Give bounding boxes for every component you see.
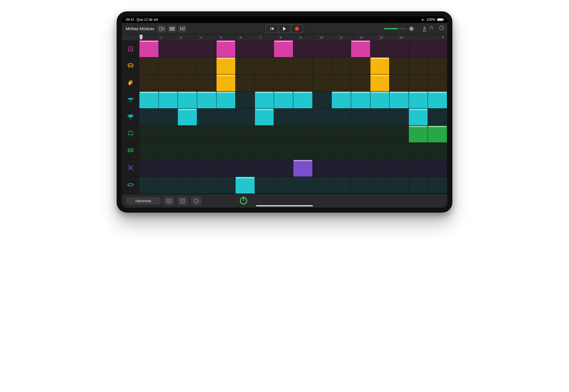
step-cell[interactable] (428, 160, 447, 177)
browser-view-button[interactable] (158, 25, 166, 32)
home-indicator[interactable] (256, 205, 313, 206)
step-cell[interactable] (159, 109, 178, 125)
track-header-perc[interactable] (122, 177, 139, 194)
step-cell[interactable] (159, 40, 178, 57)
ruler-tick[interactable]: 11 (339, 34, 358, 40)
step-cell[interactable] (313, 143, 332, 159)
step-cell[interactable] (313, 126, 332, 142)
help-button[interactable]: ? (439, 25, 444, 32)
step-cell[interactable] (370, 74, 390, 91)
step-cell[interactable] (178, 143, 197, 159)
step-cell[interactable] (313, 40, 332, 57)
step-cell[interactable] (217, 160, 236, 177)
track-header-snare[interactable] (122, 57, 139, 74)
step-cell[interactable] (332, 74, 351, 91)
step-cell[interactable] (236, 177, 255, 194)
step-cell[interactable] (255, 57, 274, 74)
track-header-clap[interactable] (122, 74, 139, 92)
power-button[interactable] (239, 196, 248, 206)
ruler-tick[interactable]: 2 (159, 34, 179, 40)
step-cell[interactable] (178, 57, 197, 74)
step-cell[interactable] (313, 160, 332, 177)
step-cell[interactable] (274, 74, 293, 91)
playhead-icon[interactable] (139, 34, 143, 41)
track-view-button[interactable] (168, 25, 176, 32)
step-cell[interactable] (332, 143, 351, 159)
step-cell[interactable] (370, 57, 390, 74)
step-cell[interactable] (236, 109, 255, 125)
step-cell[interactable] (370, 126, 390, 142)
step-cell[interactable] (293, 74, 313, 91)
ruler-tick[interactable]: 7 (259, 34, 279, 40)
step-cell[interactable] (428, 109, 447, 125)
step-cell[interactable] (178, 126, 197, 142)
step-cell[interactable] (139, 92, 159, 108)
step-cell[interactable] (178, 92, 197, 108)
step-cell[interactable] (409, 74, 428, 91)
step-cell[interactable] (293, 177, 313, 194)
step-cell[interactable] (236, 40, 255, 57)
step-cell[interactable] (313, 177, 332, 194)
step-cell[interactable] (197, 109, 217, 125)
step-cell[interactable] (370, 177, 390, 194)
record-button[interactable] (291, 25, 303, 32)
step-cell[interactable] (370, 40, 390, 57)
pattern-selector[interactable]: Hacienda (126, 197, 161, 205)
step-cell[interactable] (255, 177, 274, 194)
step-cell[interactable] (274, 57, 293, 74)
step-cell[interactable] (332, 40, 351, 57)
ruler-tick[interactable]: 5 (219, 34, 239, 40)
step-cell[interactable] (139, 160, 159, 177)
step-cell[interactable] (139, 40, 159, 57)
step-cell[interactable] (313, 92, 332, 108)
step-cell[interactable] (428, 40, 447, 57)
step-cell[interactable] (409, 40, 428, 57)
add-section-button[interactable]: + (441, 34, 444, 40)
step-cell[interactable] (197, 92, 217, 108)
step-cell[interactable] (178, 109, 197, 125)
step-cell[interactable] (351, 92, 370, 108)
step-cell[interactable] (389, 57, 409, 74)
step-cell[interactable] (428, 143, 447, 159)
ruler-tick[interactable]: 8 (279, 34, 299, 40)
step-cell[interactable] (274, 143, 293, 159)
step-cell[interactable] (159, 74, 178, 91)
step-cell[interactable] (236, 143, 255, 159)
step-cell[interactable] (409, 177, 428, 194)
step-cell[interactable] (217, 57, 236, 74)
step-cell[interactable] (409, 143, 428, 159)
ruler-tick[interactable]: 13 (378, 34, 398, 40)
step-cell[interactable] (274, 109, 293, 125)
step-cell[interactable] (236, 57, 255, 74)
step-cell[interactable] (178, 160, 197, 177)
step-cell[interactable] (332, 92, 351, 108)
step-cell[interactable] (159, 57, 178, 74)
track-header-sticks[interactable] (122, 160, 139, 177)
info-button[interactable]: i (191, 196, 202, 206)
step-cell[interactable] (313, 57, 332, 74)
step-cell[interactable] (139, 126, 159, 142)
step-cell[interactable] (236, 74, 255, 91)
step-cell[interactable] (389, 74, 409, 91)
step-cell[interactable] (274, 177, 293, 194)
step-cell[interactable] (274, 160, 293, 177)
randomize-button[interactable] (177, 196, 188, 206)
step-cell[interactable] (139, 74, 159, 91)
step-cell[interactable] (197, 74, 217, 91)
ruler-tick[interactable]: 9 (299, 34, 319, 40)
step-cell[interactable] (217, 40, 236, 57)
step-cell[interactable] (255, 109, 274, 125)
ruler-tick[interactable]: 6 (239, 34, 259, 40)
step-cell[interactable] (370, 160, 390, 177)
step-cell[interactable] (255, 160, 274, 177)
step-cell[interactable] (159, 92, 178, 108)
step-cell[interactable] (389, 177, 409, 194)
step-cell[interactable] (389, 109, 409, 125)
step-cell[interactable] (217, 74, 236, 91)
ruler-tick[interactable]: 12 (358, 34, 378, 40)
step-cell[interactable] (428, 74, 447, 91)
step-cell[interactable] (351, 57, 370, 74)
step-cell[interactable] (332, 126, 351, 142)
step-cell[interactable] (217, 92, 236, 108)
step-cell[interactable] (197, 40, 217, 57)
